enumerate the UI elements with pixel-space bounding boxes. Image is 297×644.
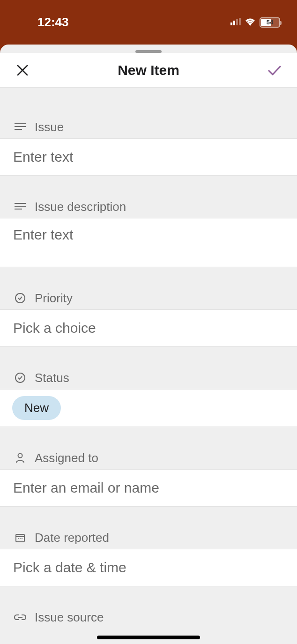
new-item-sheet: New Item Issue Enter text [0, 45, 297, 644]
issue-source-label: Issue source [35, 610, 104, 625]
home-indicator[interactable] [97, 636, 200, 639]
field-label-issue-description: Issue description [0, 195, 297, 218]
battery-icon: 54 [260, 17, 280, 28]
form-area: Issue Enter text Issue description Enter… [0, 116, 297, 629]
issue-description-input[interactable]: Enter text [0, 218, 297, 267]
field-label-issue-source: Issue source [0, 606, 297, 629]
assigned-to-label: Assigned to [35, 451, 98, 465]
svg-point-19 [22, 538, 22, 539]
confirm-button[interactable] [265, 61, 284, 80]
field-label-date-reported: Date reported [0, 526, 297, 549]
date-reported-input[interactable]: Pick a date & time [0, 549, 297, 586]
svg-point-17 [18, 538, 19, 539]
field-label-assigned-to: Assigned to [0, 447, 297, 469]
text-lines-icon [14, 121, 26, 133]
circle-check-icon [14, 372, 26, 384]
text-lines-icon [14, 201, 26, 213]
page-title: New Item [118, 62, 179, 78]
issue-input[interactable]: Enter text [0, 138, 297, 176]
calendar-icon [14, 532, 26, 544]
issue-description-label: Issue description [35, 200, 126, 214]
circle-check-icon [14, 292, 26, 304]
wifi-icon [245, 17, 256, 28]
cellular-icon [230, 18, 241, 27]
checkmark-icon [267, 65, 282, 76]
person-icon [14, 452, 26, 464]
svg-point-12 [15, 293, 25, 303]
close-icon [16, 64, 29, 76]
field-label-status: Status [0, 367, 297, 389]
field-label-issue: Issue [0, 116, 297, 138]
priority-label: Priority [35, 291, 73, 306]
svg-rect-1 [233, 21, 235, 25]
status-badge: New [12, 396, 61, 420]
priority-input[interactable]: Pick a choice [0, 309, 297, 347]
svg-rect-2 [236, 19, 238, 25]
field-label-priority: Priority [0, 287, 297, 309]
svg-point-18 [20, 538, 21, 539]
status-input[interactable]: New [0, 389, 297, 427]
link-icon [14, 611, 26, 623]
svg-point-14 [18, 454, 22, 458]
assigned-to-input[interactable]: Enter an email or name [0, 469, 297, 507]
close-button[interactable] [13, 61, 32, 80]
issue-label: Issue [35, 120, 64, 135]
svg-point-13 [15, 373, 25, 382]
battery-level: 54 [260, 18, 279, 27]
svg-rect-3 [239, 18, 241, 25]
status-indicators: 54 [230, 17, 280, 28]
nav-bar: New Item [0, 53, 297, 88]
svg-rect-0 [230, 22, 232, 25]
status-label: Status [35, 371, 69, 385]
status-time: 12:43 [37, 15, 69, 30]
status-bar: 12:43 54 [0, 0, 297, 45]
date-reported-label: Date reported [35, 531, 109, 545]
